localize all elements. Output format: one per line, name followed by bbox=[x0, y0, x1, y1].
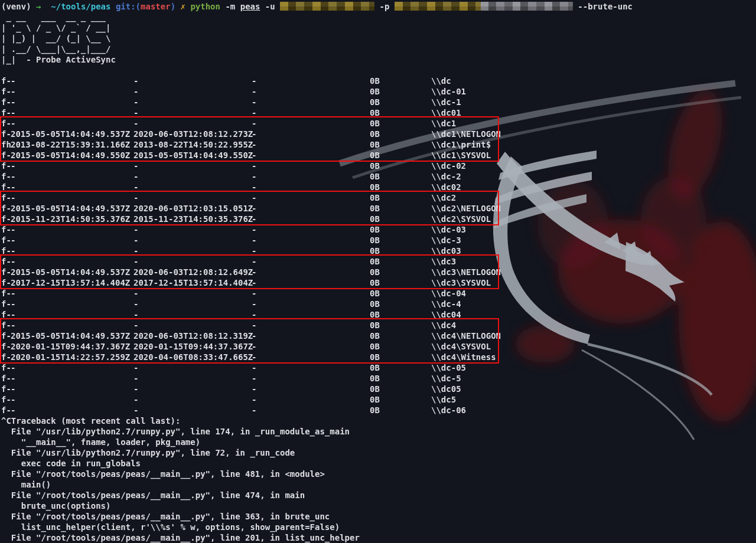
table-row: f- - - - 0B \\dc bbox=[0, 76, 756, 86]
row-flags: f- bbox=[1, 150, 11, 161]
row-extra: - bbox=[252, 86, 370, 97]
row-extra: - bbox=[252, 139, 370, 150]
row-created: - bbox=[11, 394, 133, 405]
row-modified: 2020-01-15T09:44:37.367Z bbox=[133, 341, 252, 352]
row-extra: - bbox=[252, 150, 370, 161]
row-created: - bbox=[11, 320, 133, 331]
git-dirty-icon: ✗ bbox=[181, 2, 185, 11]
row-created: - bbox=[11, 288, 133, 299]
row-created: 2015-05-05T14:04:49.537Z bbox=[11, 331, 133, 341]
row-modified: 2020-06-03T12:08:12.273Z bbox=[133, 129, 252, 139]
row-extra: - bbox=[252, 320, 370, 331]
table-row: f- - - - 0B \\dc-02 bbox=[0, 161, 756, 171]
row-size: 0B bbox=[370, 203, 431, 214]
row-size: 0B bbox=[370, 267, 431, 277]
row-modified: - bbox=[133, 299, 252, 309]
row-modified: - bbox=[133, 309, 252, 320]
row-unc-path: \\dc-01 bbox=[431, 86, 756, 97]
row-created: - bbox=[11, 224, 133, 235]
terminal-screen[interactable]: (venv) → ~/tools/peas git:(master) ✗ pyt… bbox=[0, 0, 756, 543]
row-extra: - bbox=[252, 214, 370, 224]
row-flags: f- bbox=[1, 299, 11, 309]
row-extra: - bbox=[252, 288, 370, 299]
row-size: 0B bbox=[370, 118, 431, 129]
row-flags: f- bbox=[1, 192, 11, 203]
table-row: f- 2015-05-05T14:04:49.550Z 2015-05-05T1… bbox=[0, 150, 756, 161]
table-row: f- - - - 0B \\dc-5 bbox=[0, 373, 756, 384]
row-modified: - bbox=[133, 161, 252, 171]
row-extra: - bbox=[252, 384, 370, 394]
row-unc-path: \\dc01 bbox=[431, 107, 756, 118]
row-extra: - bbox=[252, 256, 370, 267]
row-modified: - bbox=[133, 246, 252, 256]
row-flags: f- bbox=[1, 118, 11, 129]
ascii-banner: _ __ ___ __ _ ___ | '_ \ / _ \/ _` / __|… bbox=[0, 12, 756, 65]
table-row: f- - - - 0B \\dc-05 bbox=[0, 362, 756, 373]
row-flags: f- bbox=[1, 341, 11, 352]
row-size: 0B bbox=[370, 373, 431, 384]
row-created: - bbox=[11, 384, 133, 394]
row-extra: - bbox=[252, 107, 370, 118]
row-created: - bbox=[11, 299, 133, 309]
traceback-line: exec code in run_globals bbox=[0, 458, 756, 469]
row-created: - bbox=[11, 182, 133, 192]
row-flags: f- bbox=[1, 352, 11, 362]
row-extra: - bbox=[252, 267, 370, 277]
row-extra: - bbox=[252, 97, 370, 107]
row-size: 0B bbox=[370, 384, 431, 394]
row-modified: - bbox=[133, 171, 252, 182]
table-row: f- 2015-05-05T14:04:49.537Z 2020-06-03T1… bbox=[0, 267, 756, 277]
row-extra: - bbox=[252, 182, 370, 192]
row-created: 2017-12-15T13:57:14.404Z bbox=[11, 277, 133, 288]
row-created: 2015-05-05T14:04:49.537Z bbox=[11, 203, 133, 214]
row-created: - bbox=[11, 76, 133, 86]
row-flags: f- bbox=[1, 214, 11, 224]
row-extra: - bbox=[252, 161, 370, 171]
row-created: - bbox=[11, 246, 133, 256]
row-flags: f- bbox=[1, 182, 11, 192]
row-extra: - bbox=[252, 129, 370, 139]
redacted-password-gray bbox=[481, 2, 573, 11]
row-unc-path: \\dc3\NETLOGON bbox=[431, 267, 756, 277]
table-row: f- - - - 0B \\dc-4 bbox=[0, 299, 756, 309]
row-modified: - bbox=[133, 235, 252, 246]
row-size: 0B bbox=[370, 331, 431, 341]
table-row: f- - - - 0B \\dc-04 bbox=[0, 288, 756, 299]
row-modified: 2020-06-03T12:03:15.051Z bbox=[133, 203, 252, 214]
row-modified: - bbox=[133, 192, 252, 203]
row-flags: f- bbox=[1, 86, 11, 97]
traceback-line: File "/root/tools/peas/peas/__main__.py"… bbox=[0, 469, 756, 479]
row-created: - bbox=[11, 171, 133, 182]
table-row: f- - - - 0B \\dc3 bbox=[0, 256, 756, 267]
row-extra: - bbox=[252, 235, 370, 246]
row-size: 0B bbox=[370, 405, 431, 416]
user-flag: -u bbox=[265, 2, 275, 11]
row-modified: - bbox=[133, 86, 252, 97]
table-row: f- - - - 0B \\dc05 bbox=[0, 384, 756, 394]
row-unc-path: \\dc-5 bbox=[431, 373, 756, 384]
traceback-line: File "/usr/lib/python2.7/runpy.py", line… bbox=[0, 426, 756, 437]
row-created: - bbox=[11, 118, 133, 129]
row-extra: - bbox=[252, 246, 370, 256]
command-line[interactable]: (venv) → ~/tools/peas git:(master) ✗ pyt… bbox=[0, 1, 756, 12]
row-unc-path: \\dc-06 bbox=[431, 405, 756, 416]
row-flags: f- bbox=[1, 224, 11, 235]
table-row: f- - - - 0B \\dc-3 bbox=[0, 235, 756, 246]
mode-flag: --brute-unc bbox=[578, 2, 633, 11]
row-flags: f- bbox=[1, 171, 11, 182]
row-flags: fh bbox=[1, 139, 11, 150]
row-modified: 2020-04-06T08:33:47.665Z bbox=[133, 352, 252, 362]
row-flags: f- bbox=[1, 97, 11, 107]
row-modified: 2020-06-03T12:08:12.319Z bbox=[133, 331, 252, 341]
row-extra: - bbox=[252, 192, 370, 203]
row-created: - bbox=[11, 362, 133, 373]
traceback-line: File "/root/tools/peas/peas/__main__.py"… bbox=[0, 511, 756, 522]
row-unc-path: \\dc4\SYSVOL bbox=[431, 341, 756, 352]
row-modified: - bbox=[133, 288, 252, 299]
table-row: f- - - - 0B \\dc1 bbox=[0, 118, 756, 129]
row-size: 0B bbox=[370, 362, 431, 373]
row-flags: f- bbox=[1, 320, 11, 331]
traceback: ^CTraceback (most recent call last): Fil… bbox=[0, 416, 756, 543]
row-unc-path: \\dc1 bbox=[431, 118, 756, 129]
row-unc-path: \\dc-1 bbox=[431, 97, 756, 107]
